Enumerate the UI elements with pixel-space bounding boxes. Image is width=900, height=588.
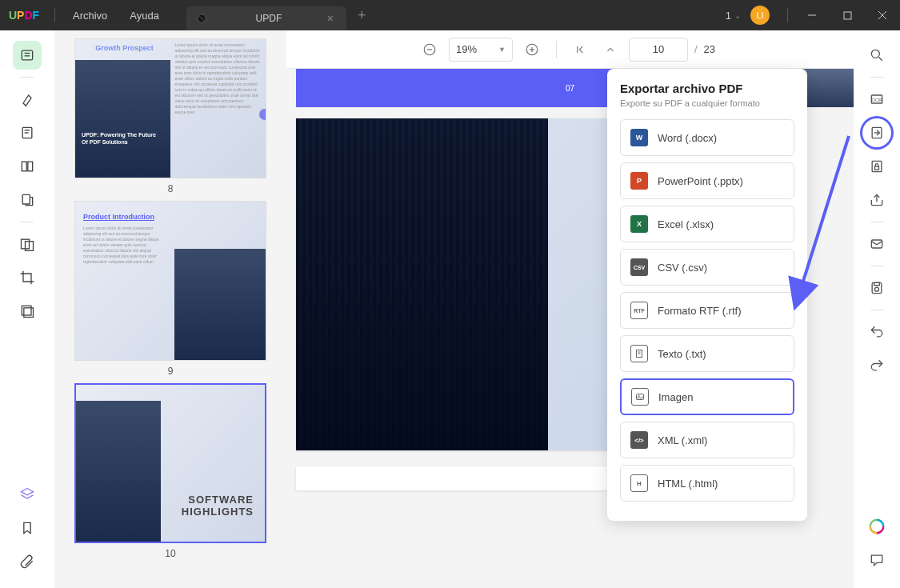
page-total: 23 — [704, 43, 715, 55]
comment-button[interactable] — [862, 546, 891, 574]
rtf-icon: RTF — [630, 302, 648, 319]
redo-button[interactable] — [862, 351, 891, 380]
tab-close-button[interactable]: × — [324, 12, 337, 25]
organize-tool[interactable] — [13, 152, 42, 181]
svg-rect-3 — [844, 12, 851, 19]
email-button[interactable] — [862, 230, 891, 258]
svg-rect-6 — [22, 50, 32, 60]
svg-point-31 — [871, 50, 879, 58]
ocr-button[interactable]: OCR — [862, 85, 891, 114]
attachment-tool[interactable] — [13, 547, 42, 576]
tab-title: UPDF — [214, 13, 324, 24]
edit-tool[interactable] — [13, 118, 42, 147]
thumbnail-10[interactable]: SOFTWAREHIGHLIGHTS 10 — [74, 383, 266, 559]
export-subtitle: Exporte su PDF a cualquier formato — [620, 98, 794, 108]
document-viewer: 19%▼ / 23 Exportar archivo PDF Exporte s… — [286, 30, 854, 588]
thumbnails-panel[interactable]: Growth Prospect UPDF: Powering The Futur… — [54, 30, 286, 588]
svg-text:OCR: OCR — [872, 98, 882, 102]
save-button[interactable] — [862, 274, 891, 302]
export-xml[interactable]: </> XML (.xml) — [620, 422, 794, 458]
thumb-slider-handle[interactable] — [259, 109, 266, 120]
thumb-number: 9 — [74, 366, 266, 377]
image-icon — [631, 388, 649, 406]
ai-assistant-button[interactable] — [862, 512, 891, 541]
thumb-number: 10 — [74, 548, 266, 559]
svg-rect-38 — [875, 166, 879, 170]
export-text[interactable]: Texto (.txt) — [620, 335, 794, 372]
close-window-button[interactable] — [865, 0, 900, 30]
redact-tool[interactable] — [13, 230, 42, 258]
powerpoint-icon: P — [630, 172, 648, 190]
svg-rect-17 — [22, 306, 31, 315]
layers-tool[interactable] — [13, 480, 42, 509]
minimize-button[interactable] — [794, 0, 830, 30]
undo-button[interactable] — [862, 318, 891, 346]
prev-page-button[interactable] — [598, 38, 622, 62]
svg-point-42 — [875, 287, 879, 291]
main-area: Growth Prospect UPDF: Powering The Futur… — [0, 30, 900, 588]
thumb-number: 8 — [74, 183, 266, 194]
thumbnail-8[interactable]: Growth Prospect UPDF: Powering The Futur… — [74, 38, 266, 194]
app-logo: UPDF — [0, 9, 48, 22]
add-tab-button[interactable]: + — [346, 7, 378, 24]
export-csv[interactable]: CSV CSV (.csv) — [620, 249, 794, 286]
svg-marker-19 — [22, 489, 34, 495]
viewer-toolbar: 19%▼ / 23 — [286, 30, 854, 69]
export-word[interactable]: W Word (.docx) — [620, 119, 794, 156]
export-button[interactable] — [862, 118, 891, 147]
document-icon — [196, 13, 207, 24]
right-toolbar: OCR — [854, 30, 900, 588]
export-powerpoint[interactable]: P PowerPoint (.pptx) — [620, 162, 794, 199]
svg-point-30 — [638, 395, 640, 397]
svg-rect-18 — [24, 308, 34, 318]
titlebar: UPDF Archivo Ayuda UPDF × + 1 ⌄ LI — [0, 0, 900, 30]
zoom-out-button[interactable] — [417, 37, 442, 62]
reader-tool[interactable] — [13, 41, 42, 70]
menu-help[interactable]: Ayuda — [118, 10, 170, 22]
word-icon: W — [630, 129, 648, 146]
menu-file[interactable]: Archivo — [62, 10, 118, 22]
share-button[interactable] — [862, 186, 891, 214]
svg-rect-43 — [874, 282, 880, 285]
thumbnail-9[interactable]: Product Introduction Lorem ipsum dolor s… — [74, 201, 266, 377]
highlighter-tool[interactable] — [13, 85, 42, 114]
svg-rect-40 — [871, 240, 882, 248]
csv-icon: CSV — [630, 258, 648, 276]
svg-line-32 — [879, 58, 882, 61]
xml-icon: </> — [630, 431, 648, 449]
zoom-in-button[interactable] — [519, 37, 545, 62]
svg-rect-14 — [22, 194, 30, 204]
left-toolbar — [0, 30, 54, 588]
chevron-down-icon[interactable]: ⌄ — [734, 11, 741, 20]
excel-icon: X — [630, 215, 648, 233]
compress-tool[interactable] — [13, 297, 42, 326]
export-html[interactable]: H HTML (.html) — [620, 465, 794, 502]
svg-rect-12 — [22, 162, 26, 171]
export-image[interactable]: Imagen — [620, 378, 794, 415]
export-excel[interactable]: X Excel (.xlsx) — [620, 206, 794, 242]
export-panel: Exportar archivo PDF Exporte su PDF a cu… — [607, 69, 807, 521]
svg-rect-13 — [28, 162, 33, 171]
maximize-button[interactable] — [830, 0, 865, 30]
protect-button[interactable] — [862, 152, 891, 181]
user-avatar[interactable]: LI — [750, 6, 770, 25]
document-tab[interactable]: UPDF × — [186, 6, 346, 30]
notification-count[interactable]: 1 — [726, 10, 731, 22]
page-input[interactable] — [629, 38, 688, 62]
first-page-button[interactable] — [568, 38, 592, 62]
zoom-select[interactable]: 19%▼ — [449, 38, 513, 62]
form-tool[interactable] — [13, 186, 42, 214]
export-title: Exportar archivo PDF — [620, 82, 794, 95]
search-button[interactable] — [862, 41, 891, 70]
export-rtf[interactable]: RTF Formato RTF (.rtf) — [620, 292, 794, 329]
bookmark-tool[interactable] — [13, 514, 42, 542]
crop-tool[interactable] — [13, 263, 42, 292]
html-icon: H — [630, 474, 648, 492]
text-icon — [630, 345, 648, 362]
